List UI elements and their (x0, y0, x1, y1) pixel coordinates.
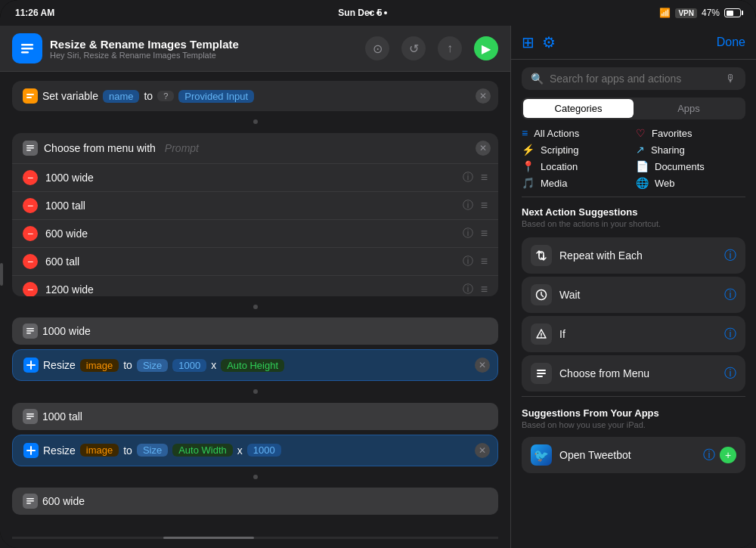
section-divider (522, 197, 745, 197)
search-input[interactable] (550, 73, 720, 85)
cat-documents-icon: 📄 (636, 160, 649, 172)
suggestion-choose-menu[interactable]: Choose from Menu ⓘ (522, 355, 745, 392)
tweetbot-info[interactable]: ⓘ (703, 447, 715, 463)
remove-item-4[interactable]: − (23, 282, 38, 296)
section-label-2: 1000 tall (42, 410, 82, 423)
svg-rect-6 (26, 147, 34, 149)
set-variable-block: Set variable name to ? Provided Input ✕ (12, 81, 498, 111)
cat-all-label: All Actions (534, 128, 579, 139)
prompt-placeholder[interactable]: Prompt (165, 142, 199, 154)
size-token-1[interactable]: Size (137, 359, 168, 372)
svg-rect-8 (26, 328, 34, 330)
cat-sharing[interactable]: ↗ Sharing (636, 144, 745, 156)
status-time: 11:26 AM (15, 8, 54, 18)
drag-handle-1[interactable]: ≡ (481, 199, 488, 212)
cat-web[interactable]: 🌐 Web (636, 177, 745, 189)
info-icon-0[interactable]: ⓘ (463, 171, 473, 184)
tweetbot-label: Open Tweetbot (559, 449, 696, 461)
shortcut-header: Resize & Rename Images Template Hey Siri… (0, 26, 510, 72)
cat-location[interactable]: 📍 Location (522, 160, 631, 172)
var-name-token[interactable]: name (103, 90, 140, 103)
shortcut-title-area: Resize & Rename Images Template Hey Siri… (12, 33, 239, 63)
right-panel-content: 🔍 🎙 Categories Apps ≡ All Actions (511, 60, 756, 548)
drag-handle-2[interactable]: ≡ (481, 227, 488, 240)
tweetbot-actions: ⓘ + (703, 447, 736, 463)
width-token-2[interactable]: Auto Width (172, 444, 233, 457)
mic-icon[interactable]: 🎙 (726, 73, 736, 85)
cat-scripting[interactable]: ⚡ Scripting (522, 144, 631, 156)
resize-icon-2 (23, 443, 39, 458)
cat-documents[interactable]: 📄 Documents (636, 160, 745, 172)
right-panel: ⊞ ⚙ Done 🔍 🎙 Categories Apps (511, 26, 756, 548)
close-choose-menu[interactable]: ✕ (476, 141, 491, 156)
if-label: If (559, 328, 717, 340)
repeat-label: Repeat with Each (559, 249, 717, 262)
cat-favorites[interactable]: ♡ Favorites (636, 127, 745, 139)
info-icon-4[interactable]: ⓘ (463, 283, 473, 296)
close-resize-1[interactable]: ✕ (475, 358, 490, 373)
suggestions-apps-subtitle: Based on how you use your iPad. (511, 420, 756, 434)
close-resize-2[interactable]: ✕ (475, 443, 490, 458)
menu-item-label-0: 1000 wide (45, 172, 455, 184)
image-token-2[interactable]: image (80, 444, 119, 457)
play-button[interactable]: ▶ (474, 36, 498, 60)
battery-icon (724, 8, 741, 17)
drag-handle-3[interactable]: ≡ (481, 255, 488, 268)
cat-media-icon: 🎵 (522, 177, 534, 189)
tweetbot-item[interactable]: 🐦 Open Tweetbot ⓘ + (522, 437, 745, 473)
remove-item-3[interactable]: − (23, 254, 38, 269)
search-bar[interactable]: 🔍 🎙 (522, 67, 745, 90)
cat-fav-icon: ♡ (636, 127, 646, 139)
header-actions: ⊙ ↺ ↑ ▶ (365, 36, 498, 60)
repeat-icon (531, 245, 552, 266)
info-icon-3[interactable]: ⓘ (463, 255, 473, 268)
suggestions-apps-title: Suggestions From Your Apps (511, 401, 756, 420)
remove-item-1[interactable]: − (23, 198, 38, 213)
remove-item-0[interactable]: − (23, 170, 38, 185)
wait-icon (531, 284, 552, 305)
repeat-info[interactable]: ⓘ (724, 248, 736, 264)
categories-grid: ≡ All Actions ♡ Favorites ⚡ Scripting ↗ … (511, 127, 756, 197)
record-button[interactable]: ⊙ (365, 36, 389, 60)
menu-item-label-4: 1200 wide (45, 283, 455, 296)
if-info[interactable]: ⓘ (724, 327, 736, 342)
categories-tab[interactable]: Categories (523, 99, 634, 118)
section-600-wide: 600 wide (12, 488, 498, 515)
shortcut-subtitle: Hey Siri, Resize & Rename Images Templat… (50, 51, 239, 60)
cat-all-actions[interactable]: ≡ All Actions (522, 127, 631, 139)
cat-sharing-icon: ↗ (636, 144, 645, 156)
suggestion-repeat[interactable]: Repeat with Each ⓘ (522, 237, 745, 274)
width-token-1[interactable]: 1000 (172, 359, 206, 372)
remove-item-2[interactable]: − (23, 226, 38, 241)
size-token-2[interactable]: Size (137, 444, 168, 457)
tweetbot-add-button[interactable]: + (720, 447, 736, 463)
cat-web-icon: 🌐 (636, 177, 649, 189)
apps-tab[interactable]: Apps (634, 99, 744, 118)
info-icon-1[interactable]: ⓘ (463, 199, 473, 212)
cat-location-label: Location (541, 161, 578, 172)
choose-menu-info[interactable]: ⓘ (724, 366, 736, 382)
close-set-variable[interactable]: ✕ (476, 88, 491, 104)
image-token-1[interactable]: image (80, 359, 119, 372)
svg-rect-1 (21, 44, 33, 46)
share-button[interactable]: ↑ (438, 36, 462, 60)
section-label-3: 600 wide (42, 495, 85, 507)
height-token-1[interactable]: Auto Height (221, 359, 284, 372)
history-button[interactable]: ↺ (401, 36, 426, 60)
main-content: Resize & Rename Images Template Hey Siri… (0, 26, 756, 548)
drag-handle-4[interactable]: ≡ (481, 283, 488, 296)
to-label-2: to (123, 444, 132, 457)
height-token-2[interactable]: 1000 (247, 444, 281, 457)
wait-info[interactable]: ⓘ (724, 287, 736, 303)
right-header: ⊞ ⚙ Done (511, 26, 756, 60)
provided-input-token[interactable]: Provided Input (178, 90, 254, 103)
info-icon-2[interactable]: ⓘ (463, 227, 473, 240)
svg-rect-13 (26, 413, 34, 415)
done-button[interactable]: Done (717, 36, 745, 49)
vpn-badge: VPN (675, 8, 697, 18)
drag-handle-0[interactable]: ≡ (481, 171, 488, 184)
divider-3 (12, 385, 498, 398)
cat-media[interactable]: 🎵 Media (522, 177, 631, 189)
suggestion-if[interactable]: If ⓘ (522, 316, 745, 352)
suggestion-wait[interactable]: Wait ⓘ (522, 277, 745, 313)
